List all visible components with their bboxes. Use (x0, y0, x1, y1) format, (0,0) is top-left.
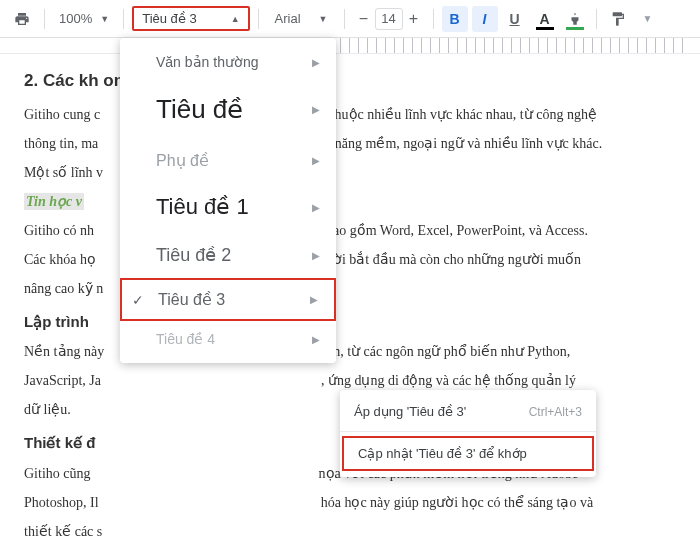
chevron-up-icon: ▲ (231, 14, 240, 24)
chevron-right-icon: ▶ (310, 294, 318, 305)
italic-button[interactable]: I (472, 6, 498, 32)
paragraph: Photoshop, Ilhóa học này giúp người học … (24, 492, 676, 513)
zoom-dropdown[interactable]: 100%▼ (53, 7, 115, 30)
underline-button[interactable]: U (502, 6, 528, 32)
ruler-marks (340, 38, 690, 53)
decrease-size-button[interactable]: − (353, 8, 375, 30)
toolbar: 100%▼ Tiêu đề 3▲ Arial▼ − 14 + B I U A ▼ (0, 0, 700, 38)
chevron-right-icon: ▶ (312, 155, 320, 166)
style-heading-2[interactable]: Tiêu đề 2▶ (120, 232, 336, 278)
increase-size-button[interactable]: + (403, 8, 425, 30)
separator (344, 9, 345, 29)
style-normal-text[interactable]: Văn bản thường▶ (120, 44, 336, 80)
separator (340, 431, 596, 432)
paragraph: JavaScript, Ja, ứng dụng di động và các … (24, 370, 676, 391)
paint-format-button[interactable] (605, 6, 631, 32)
font-size-value[interactable]: 14 (375, 8, 403, 30)
update-heading-3-to-match[interactable]: Cập nhật 'Tiêu đề 3' để khớp (342, 436, 594, 471)
zoom-value: 100% (59, 11, 92, 26)
chevron-down-icon: ▼ (319, 14, 328, 24)
keyboard-shortcut: Ctrl+Alt+3 (529, 405, 582, 419)
style-heading-4[interactable]: Tiêu đề 4▶ (120, 321, 336, 357)
separator (433, 9, 434, 29)
highlight-button[interactable] (562, 6, 588, 32)
font-size-group: − 14 + (353, 8, 425, 30)
separator (596, 9, 597, 29)
apply-heading-3[interactable]: Áp dụng 'Tiêu đề 3'Ctrl+Alt+3 (340, 396, 596, 427)
chevron-right-icon: ▶ (312, 250, 320, 261)
chevron-right-icon: ▶ (312, 334, 320, 345)
style-submenu: Áp dụng 'Tiêu đề 3'Ctrl+Alt+3 Cập nhật '… (340, 390, 596, 477)
print-icon[interactable] (8, 7, 36, 31)
highlighted-text: Tin học v (24, 193, 84, 210)
font-dropdown[interactable]: Arial▼ (267, 7, 336, 30)
style-title[interactable]: Tiêu đề▶ (120, 80, 336, 139)
style-heading-3[interactable]: ✓Tiêu đề 3▶ (120, 278, 336, 321)
chevron-right-icon: ▶ (312, 202, 320, 213)
separator (258, 9, 259, 29)
separator (44, 9, 45, 29)
text-color-button[interactable]: A (532, 6, 558, 32)
chevron-down-icon[interactable]: ▼ (635, 6, 661, 32)
separator (123, 9, 124, 29)
ruler (0, 38, 700, 54)
paragraph-style-dropdown[interactable]: Tiêu đề 3▲ (132, 6, 249, 31)
paragraph: thiết kế các s (24, 521, 676, 542)
chevron-down-icon: ▼ (100, 14, 109, 24)
font-label: Arial (275, 11, 301, 26)
style-heading-1[interactable]: Tiêu đề 1▶ (120, 182, 336, 232)
styles-menu: Văn bản thường▶ Tiêu đề▶ Phụ đề▶ Tiêu đề… (120, 38, 336, 363)
chevron-right-icon: ▶ (312, 57, 320, 68)
check-icon: ✓ (132, 292, 144, 308)
bold-button[interactable]: B (442, 6, 468, 32)
chevron-right-icon: ▶ (312, 104, 320, 115)
style-subtitle[interactable]: Phụ đề▶ (120, 139, 336, 182)
style-label: Tiêu đề 3 (142, 11, 197, 26)
